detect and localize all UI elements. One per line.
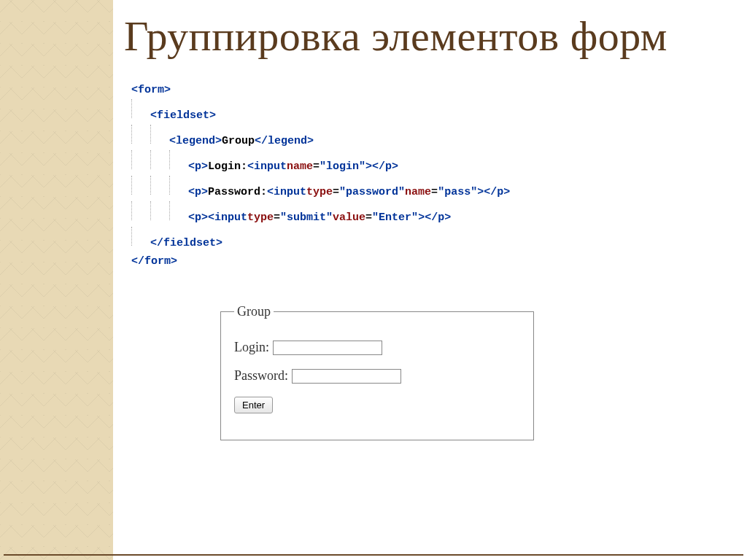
val-submit: "submit" — [280, 209, 333, 228]
submit-button[interactable] — [234, 397, 273, 413]
label-password: Password: — [234, 368, 292, 383]
code-sample: <form> <fieldset> <legend>Group</legend>… — [131, 81, 718, 271]
code-line-3: <legend>Group</legend> — [131, 125, 718, 150]
tag-p-open: <p> — [188, 209, 208, 228]
code-line-6: <p><input type="submit" value="Enter"></… — [131, 201, 718, 227]
text-password: Password: — [208, 183, 267, 202]
tag-legend-open: <legend> — [169, 132, 222, 151]
row-login: Login: — [234, 340, 520, 355]
code-line-1: <form> — [131, 81, 718, 100]
attr-name: name — [287, 158, 313, 176]
tag-p-open: <p> — [188, 158, 208, 176]
val-password: "password" — [339, 183, 405, 202]
tag-legend-close: </legend> — [255, 132, 314, 151]
val-login: "login" — [320, 158, 365, 176]
slide-sidebar-pattern — [0, 0, 113, 560]
tag-p-open: <p> — [188, 183, 208, 202]
tag-input-open: <input — [247, 158, 287, 176]
code-line-5: <p>Password: <input type="password" name… — [131, 176, 718, 201]
legend-group: Group — [234, 304, 274, 319]
rendered-form-preview: Group Login: Password: — [219, 304, 718, 440]
row-submit — [234, 397, 520, 413]
tag-input-open: <input — [267, 183, 306, 202]
attr-type: type — [247, 209, 274, 228]
slide-bottom-rule — [4, 554, 743, 556]
val-pass: "pass" — [438, 183, 477, 202]
code-line-8: </form> — [131, 252, 718, 271]
slide-content: Группировка элементов форм <form> <field… — [124, 15, 718, 440]
code-line-7: </fieldset> — [131, 227, 718, 252]
tag-p-close: </p> — [425, 209, 451, 228]
code-line-4: <p>Login: <input name="login"></p> — [131, 150, 718, 176]
code-line-2: <fieldset> — [131, 99, 718, 125]
example-form: Group Login: Password: — [219, 304, 718, 440]
tag-p-close: </p> — [484, 183, 510, 202]
row-password: Password: — [234, 368, 520, 384]
tag-fieldset-open: <fieldset> — [150, 106, 216, 125]
tag-form-close: </form> — [131, 252, 177, 271]
login-input[interactable] — [273, 341, 382, 355]
tag-input-open: <input — [208, 209, 247, 228]
slide-title: Группировка элементов форм — [124, 15, 718, 59]
text-login: Login: — [208, 158, 247, 176]
tag-fieldset-close: </fieldset> — [150, 234, 222, 253]
attr-type: type — [306, 183, 333, 202]
password-input[interactable] — [292, 369, 401, 384]
attr-name: name — [405, 183, 431, 202]
tag-form-open: <form> — [131, 81, 171, 100]
label-login: Login: — [234, 340, 273, 354]
fieldset-group: Group Login: Password: — [220, 304, 534, 440]
val-enter: "Enter" — [372, 209, 418, 228]
attr-value: value — [333, 209, 365, 228]
text-legend: Group — [222, 132, 255, 151]
tag-p-close: </p> — [372, 158, 398, 176]
